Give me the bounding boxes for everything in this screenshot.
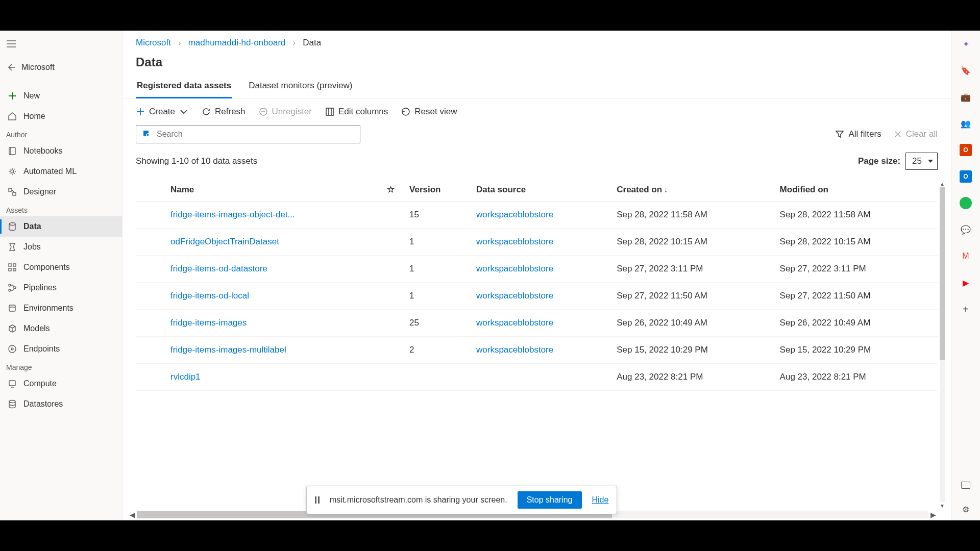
asset-name-link[interactable]: fridge-items-images: [165, 310, 382, 337]
column-select[interactable]: [136, 178, 165, 202]
messenger-icon[interactable]: 💬: [960, 223, 972, 236]
sidebar: Microsoft New Home Author Notebooks Auto…: [0, 31, 122, 520]
favorite-toggle[interactable]: [382, 256, 404, 283]
sidebar-item-components[interactable]: Components: [0, 257, 122, 278]
asset-version: [404, 364, 471, 391]
asset-source[interactable]: workspaceblobstore: [471, 256, 611, 283]
sidebar-item-home[interactable]: Home: [0, 106, 122, 127]
asset-name-link[interactable]: rvlcdip1: [165, 364, 382, 391]
svg-rect-14: [9, 268, 11, 271]
table-row[interactable]: fridge-items-od-local1workspaceblobstore…: [136, 283, 938, 310]
column-modified-on[interactable]: Modified on: [775, 178, 938, 202]
asset-name-link[interactable]: fridge-items-images-multilabel: [165, 337, 382, 364]
table-row[interactable]: odFridgeObjectTrainDataset1workspaceblob…: [136, 229, 938, 256]
stop-sharing-button[interactable]: Stop sharing: [518, 491, 582, 509]
asset-source[interactable]: workspaceblobstore: [471, 229, 611, 256]
favorite-toggle[interactable]: [382, 229, 404, 256]
sidebar-item-label: Pipelines: [23, 283, 57, 292]
favorite-toggle[interactable]: [382, 310, 404, 337]
breadcrumb-workspace[interactable]: madhumaddi-hd-onboard: [188, 38, 286, 48]
table-row[interactable]: fridge-items-od-datastore1workspaceblobs…: [136, 256, 938, 283]
column-version[interactable]: Version: [404, 178, 471, 202]
sidebar-item-automl[interactable]: Automated ML: [0, 161, 122, 182]
sidebar-item-datastores[interactable]: Datastores: [0, 394, 122, 414]
all-filters-button[interactable]: All filters: [835, 129, 881, 139]
tag-icon[interactable]: 🔖: [960, 64, 972, 77]
sidebar-item-notebooks[interactable]: Notebooks: [0, 141, 122, 161]
columns-icon: [325, 107, 334, 116]
asset-source[interactable]: workspaceblobstore: [471, 337, 611, 364]
office-icon[interactable]: O: [960, 144, 972, 156]
reset-view-button[interactable]: Reset view: [401, 107, 457, 117]
right-rail: ✦ 🔖 💼 👥 O O 💬 M ▶ + ⚙: [951, 31, 980, 520]
row-checkbox[interactable]: [136, 256, 165, 283]
asset-version: 2: [404, 337, 471, 364]
scroll-right-icon[interactable]: ▶: [928, 510, 938, 519]
asset-source[interactable]: workspaceblobstore: [471, 202, 611, 229]
sidebar-item-compute[interactable]: Compute: [0, 373, 122, 394]
scroll-down-icon[interactable]: ▼: [939, 502, 946, 509]
table-row[interactable]: fridge-items-images-object-det...15works…: [136, 202, 938, 229]
favorite-toggle[interactable]: [382, 202, 404, 229]
asset-source[interactable]: workspaceblobstore: [471, 283, 611, 310]
favorite-toggle[interactable]: [382, 337, 404, 364]
sidebar-item-new[interactable]: New: [0, 86, 122, 106]
tab-dataset-monitors[interactable]: Dataset monitors (preview): [248, 74, 353, 98]
button-label: All filters: [848, 129, 881, 139]
favorite-toggle[interactable]: [382, 364, 404, 391]
asset-name-link[interactable]: fridge-items-images-object-det...: [165, 202, 382, 229]
row-checkbox[interactable]: [136, 337, 165, 364]
row-checkbox[interactable]: [136, 364, 165, 391]
sidebar-item-pipelines[interactable]: Pipelines: [0, 278, 122, 298]
svg-rect-15: [13, 268, 16, 271]
search-input-wrapper[interactable]: [136, 125, 360, 143]
refresh-button[interactable]: Refresh: [202, 107, 246, 117]
sidebar-item-models[interactable]: Models: [0, 318, 122, 339]
spotify-icon[interactable]: [960, 197, 972, 209]
page-size-select[interactable]: 25: [905, 153, 938, 170]
asset-name-link[interactable]: odFridgeObjectTrainDataset: [165, 229, 382, 256]
search-input[interactable]: [157, 130, 354, 139]
table-row[interactable]: rvlcdip1Aug 23, 2022 8:21 PMAug 23, 2022…: [136, 364, 938, 391]
tab-registered-data-assets[interactable]: Registered data assets: [136, 74, 232, 98]
sidebar-item-data[interactable]: Data: [0, 216, 122, 237]
create-button[interactable]: Create: [136, 107, 188, 117]
column-data-source[interactable]: Data source: [471, 178, 611, 202]
scroll-left-icon[interactable]: ◀: [128, 510, 137, 519]
row-checkbox[interactable]: [136, 229, 165, 256]
row-checkbox[interactable]: [136, 202, 165, 229]
column-created-on[interactable]: Created on↓: [611, 178, 774, 202]
vertical-scrollbar[interactable]: ▲ ▼: [939, 180, 946, 509]
people-icon[interactable]: 👥: [960, 117, 972, 130]
workspace-back[interactable]: Microsoft: [0, 57, 122, 78]
asset-source[interactable]: [471, 364, 611, 391]
hamburger-menu-icon[interactable]: [3, 36, 19, 52]
outlook-icon[interactable]: O: [960, 170, 972, 183]
asset-name-link[interactable]: fridge-items-od-local: [165, 283, 382, 310]
sidebar-item-designer[interactable]: Designer: [0, 182, 122, 202]
table-row[interactable]: fridge-items-images-multilabel2workspace…: [136, 337, 938, 364]
row-checkbox[interactable]: [136, 283, 165, 310]
panel-icon[interactable]: [961, 482, 970, 489]
gmail-icon[interactable]: M: [960, 250, 972, 262]
settings-icon[interactable]: ⚙: [960, 503, 972, 515]
column-name[interactable]: Name: [165, 178, 382, 202]
sidebar-item-endpoints[interactable]: Endpoints: [0, 339, 122, 359]
copilot-icon[interactable]: ✦: [960, 38, 972, 50]
edit-columns-button[interactable]: Edit columns: [325, 107, 388, 117]
scroll-up-icon[interactable]: ▲: [939, 180, 946, 187]
row-checkbox[interactable]: [136, 310, 165, 337]
column-favorite[interactable]: ☆: [382, 178, 404, 202]
asset-name-link[interactable]: fridge-items-od-datastore: [165, 256, 382, 283]
add-app-icon[interactable]: +: [960, 303, 972, 315]
favorite-toggle[interactable]: [382, 283, 404, 310]
breadcrumb-root[interactable]: Microsoft: [136, 38, 171, 48]
asset-version: 1: [404, 229, 471, 256]
youtube-icon[interactable]: ▶: [960, 277, 972, 289]
asset-source[interactable]: workspaceblobstore: [471, 310, 611, 337]
sidebar-item-jobs[interactable]: Jobs: [0, 237, 122, 257]
hide-button[interactable]: Hide: [592, 495, 609, 505]
table-row[interactable]: fridge-items-images25workspaceblobstoreS…: [136, 310, 938, 337]
briefcase-icon[interactable]: 💼: [960, 91, 972, 103]
sidebar-item-environments[interactable]: Environments: [0, 298, 122, 318]
